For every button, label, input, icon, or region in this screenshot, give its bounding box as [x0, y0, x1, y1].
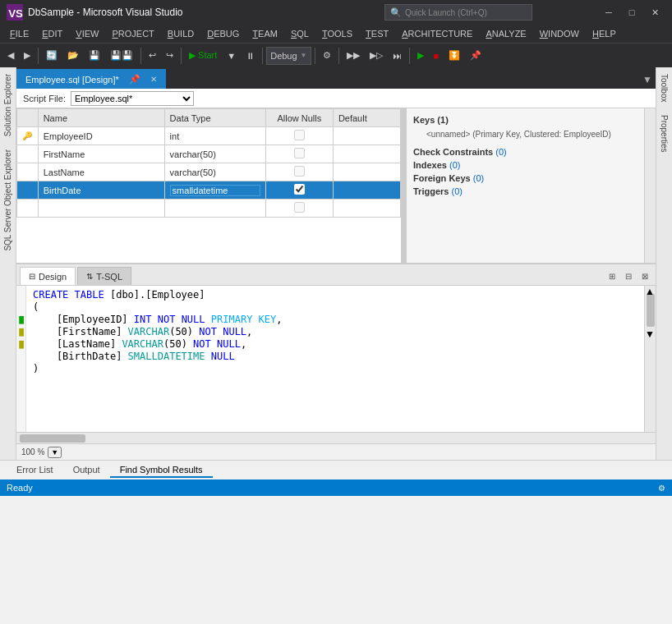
sidebar-properties[interactable]: Properties: [658, 108, 670, 159]
menu-architecture[interactable]: ARCHITECTURE: [395, 27, 479, 40]
row-default-firstname[interactable]: [333, 145, 400, 163]
toolbar-config-dropdown[interactable]: Debug ▼: [266, 47, 311, 65]
toolbar-new[interactable]: 🔄: [42, 47, 62, 65]
line-ind-1: [18, 289, 25, 301]
toolbar-extra2[interactable]: ▶▷: [366, 47, 387, 65]
zoom-dropdown[interactable]: ▼: [48, 447, 62, 458]
table-row[interactable]: 🔑 EmployeeID int: [17, 127, 401, 145]
tab-close-button[interactable]: ✕: [150, 75, 157, 84]
row-default-birthdate[interactable]: [333, 181, 400, 200]
menu-edit[interactable]: EDIT: [35, 27, 69, 40]
toolbar-sep7: [409, 48, 410, 64]
scroll-down-arrow[interactable]: ▼: [645, 328, 656, 335]
design-vscroll[interactable]: [644, 108, 656, 263]
menu-sql[interactable]: SQL: [284, 27, 315, 40]
row-allownulls-employeeid[interactable]: [265, 127, 333, 145]
toolbar-extra3[interactable]: ⏭: [389, 47, 406, 65]
menu-tools[interactable]: TOOLS: [315, 27, 359, 40]
menu-build[interactable]: BUILD: [161, 27, 200, 40]
toolbar-open[interactable]: 📂: [63, 47, 83, 65]
sidebar-sql-server-explorer[interactable]: SQL Server Object Explorer: [2, 143, 14, 258]
panel-float[interactable]: ⊠: [637, 268, 652, 283]
toolbar-save[interactable]: 💾: [85, 47, 104, 65]
row-allownulls-firstname[interactable]: [265, 145, 333, 163]
toolbar-run[interactable]: ▶: [413, 47, 428, 65]
menu-team[interactable]: TEAM: [246, 27, 284, 40]
row-name-firstname[interactable]: FirstName: [38, 145, 164, 163]
row-datatype-lastname[interactable]: varchar(50): [164, 163, 265, 181]
toolbar-start-dropdown[interactable]: ▼: [223, 47, 240, 65]
toolbar-more[interactable]: ⏬: [444, 47, 464, 65]
minimize-button[interactable]: ─: [598, 4, 619, 21]
panel-new-vgroup[interactable]: ⊟: [621, 268, 636, 283]
main-tab[interactable]: Employee.sql [Design]* 📌 ✕: [16, 69, 166, 89]
script-file-select[interactable]: Employee.sql*: [71, 91, 194, 106]
toolbar-forward[interactable]: ▶: [20, 47, 35, 65]
empty-datatype[interactable]: [164, 200, 265, 218]
row-datatype-firstname[interactable]: varchar(50): [164, 145, 265, 163]
h-scroll-thumb[interactable]: [20, 434, 85, 443]
scroll-up-arrow[interactable]: ▲: [645, 286, 656, 292]
scrollbar-thumb[interactable]: [647, 294, 655, 327]
line-ind-2: [18, 301, 25, 314]
toolbar-stop[interactable]: ■: [430, 47, 444, 65]
menu-view[interactable]: VIEW: [69, 27, 105, 40]
restore-button[interactable]: □: [621, 4, 642, 21]
sidebar-solution-explorer[interactable]: Solution Explorer: [2, 67, 14, 143]
toolbar-redo[interactable]: ↪: [162, 47, 177, 65]
row-allownulls-birthdate[interactable]: [265, 181, 333, 200]
menu-test[interactable]: TEST: [359, 27, 395, 40]
tab-pin-icon[interactable]: 📌: [124, 74, 145, 85]
close-button[interactable]: ✕: [644, 4, 665, 21]
toolbar-start[interactable]: ▶ Start: [185, 47, 221, 65]
empty-name[interactable]: [38, 200, 164, 218]
menu-analyze[interactable]: ANALYZE: [479, 27, 532, 40]
toolbar-saveall[interactable]: 💾💾: [106, 47, 137, 65]
row-datatype-employeeid[interactable]: int: [164, 127, 265, 145]
row-default-employeeid[interactable]: [333, 127, 400, 145]
code-container[interactable]: CREATE TABLE [dbo].[Employee] ( [Employe…: [26, 286, 644, 432]
h-scroll-area[interactable]: [16, 432, 656, 443]
toolbar-undo[interactable]: ↩: [145, 47, 160, 65]
sidebar-toolbox[interactable]: Toolbox: [658, 67, 670, 108]
tab-design[interactable]: ⊟ Design: [20, 267, 76, 285]
menu-help[interactable]: HELP: [586, 27, 623, 40]
row-allownulls-lastname[interactable]: [265, 163, 333, 181]
prop-foreign-keys[interactable]: Foreign Keys (0): [413, 172, 637, 185]
menu-debug[interactable]: DEBUG: [200, 27, 246, 40]
row-datatype-birthdate[interactable]: [164, 181, 265, 200]
toolbar-pause[interactable]: ⏸: [242, 47, 259, 65]
prop-title: Keys (1): [413, 115, 637, 125]
tab-find-symbol-results[interactable]: Find Symbol Results: [110, 463, 213, 478]
menu-window[interactable]: WINDOW: [533, 27, 586, 40]
prop-triggers[interactable]: Triggers (0): [413, 185, 637, 198]
toolbar-pin[interactable]: 📌: [466, 47, 486, 65]
table-row[interactable]: LastName varchar(50): [17, 163, 401, 181]
row-name-employeeid[interactable]: EmployeeID: [38, 127, 164, 145]
tab-tsql[interactable]: ⇅ T-SQL: [77, 267, 131, 285]
prop-indexes[interactable]: Indexes (0): [413, 158, 637, 172]
panel-new-hgroup[interactable]: ⊞: [605, 268, 619, 283]
empty-allownulls[interactable]: [265, 200, 333, 218]
table-row-selected[interactable]: BirthDate: [17, 181, 401, 200]
table-row[interactable]: FirstName varchar(50): [17, 145, 401, 163]
empty-default[interactable]: [333, 200, 400, 218]
quick-launch[interactable]: 🔍 Quick Launch (Ctrl+Q): [384, 4, 532, 21]
toolbar-back[interactable]: ◀: [3, 47, 18, 65]
code-scrollbar[interactable]: ▲ ▼: [644, 286, 656, 432]
row-default-lastname[interactable]: [333, 163, 400, 181]
row-name-birthdate[interactable]: BirthDate: [38, 181, 164, 200]
row-name-lastname[interactable]: LastName: [38, 163, 164, 181]
row-datatype-birthdate-input[interactable]: [170, 185, 260, 196]
tab-overflow[interactable]: ▼: [639, 71, 656, 89]
prop-check-constraints[interactable]: Check Constraints (0): [413, 145, 637, 158]
tab-output[interactable]: Output: [63, 463, 110, 478]
tab-error-list[interactable]: Error List: [7, 463, 63, 478]
code-line-2: (: [33, 301, 637, 314]
menu-project[interactable]: PROJECT: [105, 27, 160, 40]
col-allownulls: Allow Nulls: [265, 109, 333, 127]
menu-file[interactable]: FILE: [3, 27, 35, 40]
toolbar-extra1[interactable]: ▶▶: [343, 47, 364, 65]
toolbar-attach[interactable]: ⚙: [319, 47, 335, 65]
left-sidebar: Solution Explorer SQL Server Object Expl…: [0, 67, 16, 460]
